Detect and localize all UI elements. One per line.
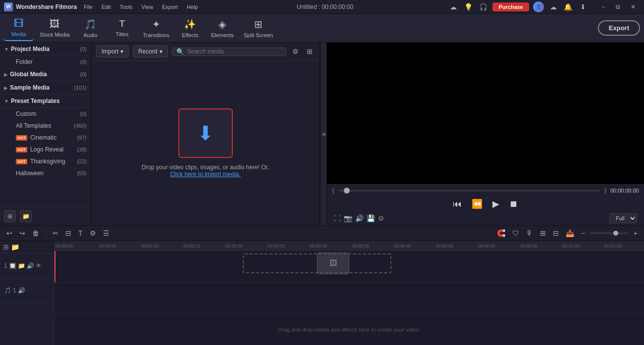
title-bar-right: ☁ 💡 🎧 Purchase 👤 ☁ 🔔 ⬇ − ⧉ ✕ [448,1,640,12]
cut-button[interactable]: ✂ [50,228,61,239]
ruler-mark-3: 00:00:15 [183,244,201,248]
snapshot-icon[interactable]: 📷 [344,214,352,222]
thanksgiving-left: HOT Thanksgiving [16,158,65,165]
bell-icon[interactable]: 🔔 [563,1,574,12]
search-input[interactable] [187,48,282,55]
folder-track-icon[interactable]: 📁 [11,243,19,251]
toolbar-audio[interactable]: 🎵 Audio [76,15,106,41]
step-back-button[interactable]: ⏪ [472,198,483,209]
sample-media-header[interactable]: ▶ Sample Media [4,84,50,91]
toolbar-media[interactable]: 🎞 Media [4,15,34,41]
snap-button[interactable]: 🧲 [494,228,508,239]
preview-slider[interactable] [338,190,600,192]
zoom-out-button[interactable]: − [579,228,588,239]
toolbar-split-screen[interactable]: ⊞ Split Screen [240,15,277,41]
global-media-header[interactable]: ▶ Global Media [4,71,47,78]
audio-preview-icon[interactable]: 🔊 [355,214,364,222]
sidebar-item-thanksgiving[interactable]: HOT Thanksgiving (22) [0,155,91,167]
range-start-icon[interactable]: ⟨ [332,187,334,195]
filter-icon[interactable]: ⚙ [290,47,301,56]
redo-button[interactable]: ↪ [17,228,28,239]
toolbar-transitions[interactable]: ✦ Transitions [139,15,173,41]
export-button[interactable]: Export [598,20,640,36]
sidebar-item-all-templates[interactable]: All Templates (450) [0,120,91,132]
adjust-button[interactable]: ⚙ [87,228,99,239]
video-audio-icon[interactable]: 🔊 [27,262,34,269]
full-screen-icon[interactable]: ⛶ [334,214,341,222]
delete-button[interactable]: 🗑 [30,228,42,239]
menu-tools[interactable]: Tools [116,3,137,11]
menu-view[interactable]: View [138,3,158,11]
media-icon: 🎞 [14,18,24,29]
range-end-icon[interactable]: ⟩ [604,187,606,195]
maximize-button[interactable]: ⧉ [611,2,625,12]
import-button[interactable]: Import ▾ [96,46,129,57]
play-button[interactable]: ▶ [492,198,499,209]
settings-preview-icon[interactable]: ⚙ [378,214,384,222]
video-visibility-icon[interactable]: 👁 [36,262,42,269]
zoom-in-button[interactable]: + [631,228,640,239]
sidebar-section-sample-media[interactable]: ▶ Sample Media (101) [0,81,91,95]
record-button[interactable]: Record ▾ [133,46,168,57]
folder-button[interactable]: 📁 [20,210,32,222]
import-link[interactable]: Click here to import media. [170,171,241,178]
mic-button[interactable]: 🎙 [524,228,536,239]
cloud2-icon[interactable]: ☁ [548,1,559,12]
preset-templates-header[interactable]: ▼ Preset Templates [4,98,59,104]
layers-button[interactable]: ⊞ [537,228,548,239]
collapse-handle[interactable]: ◀ [320,43,327,225]
bulb-icon[interactable]: 💡 [463,1,474,12]
hot-badge-cinematic: HOT [16,135,27,141]
sidebar-item-custom[interactable]: Custom (0) [0,108,91,120]
sidebar-section-preset-templates[interactable]: ▼ Preset Templates [0,95,91,108]
sidebar-item-cinematic[interactable]: HOT Cinematic (97) [0,132,91,144]
headset-icon[interactable]: 🎧 [478,1,488,12]
sidebar-item-halloween[interactable]: Halloween (55) [0,167,91,179]
menu-file[interactable]: File [80,3,97,11]
sidebar-section-global-media[interactable]: ▶ Global Media (0) [0,68,91,81]
cloud-icon[interactable]: ☁ [448,1,459,12]
purchase-button[interactable]: Purchase [492,2,529,11]
video-track-area[interactable]: 🖼 [54,251,644,283]
logo-reveal-label: Logo Reveal [30,146,63,153]
menu-export[interactable]: Export [158,3,182,11]
toolbar-stock-media[interactable]: 🖼 Stock Media [36,15,74,41]
drop-zone[interactable]: ⬇ [178,108,233,158]
add-folder-button[interactable]: ⊞ [4,210,16,222]
zoom-slider[interactable] [590,232,629,234]
ruler-mark-12: 00:01:00 [562,244,580,248]
search-bar[interactable]: 🔍 [172,48,286,56]
close-button[interactable]: ✕ [626,2,640,12]
video-lock-icon[interactable]: 🔲 [9,262,16,269]
add-media-button[interactable]: 📥 [563,228,577,239]
crop-button[interactable]: ⊟ [63,228,74,239]
toolbar-effects[interactable]: ✨ Effects [175,15,205,41]
save-preview-icon[interactable]: 💾 [367,214,375,222]
stop-button[interactable]: ⏹ [509,199,518,209]
sidebar-item-folder[interactable]: Folder (0) [0,56,91,68]
grid-icon[interactable]: ⊞ [305,47,315,56]
text-button[interactable]: T [76,228,85,239]
audio-vol-icon[interactable]: 🔊 [18,287,25,294]
video-folder-icon[interactable]: 📁 [18,262,25,269]
toolbar-elements[interactable]: ◈ Elements [207,15,238,41]
minimize-button[interactable]: − [596,2,610,12]
undo-button[interactable]: ↩ [4,228,15,239]
audio-track-icons: 🎵 1 🔊 [4,287,25,294]
project-media-header[interactable]: ▼ Project Media [4,46,50,52]
add-track-icon[interactable]: ⊞ [3,243,9,251]
sidebar-section-project-media[interactable]: ▼ Project Media (0) [0,43,91,56]
multi-button[interactable]: ☰ [101,228,112,239]
avatar[interactable]: 👤 [533,1,544,12]
quality-select[interactable]: Full 1/2 1/4 [609,213,637,223]
drop-zone-timeline[interactable] [243,253,391,273]
menu-help[interactable]: Help [183,3,202,11]
menu-edit[interactable]: Edit [98,3,115,11]
play-to-start-button[interactable]: ⏮ [453,199,462,209]
download-icon[interactable]: ⬇ [578,1,589,12]
toolbar-titles[interactable]: T Titles [107,15,137,41]
sidebar-item-logo-reveal[interactable]: HOT Logo Reveal (38) [0,144,91,155]
split-button[interactable]: ⊟ [550,228,561,239]
shield-button[interactable]: 🛡 [510,228,522,239]
audio-track-area[interactable] [54,283,644,314]
